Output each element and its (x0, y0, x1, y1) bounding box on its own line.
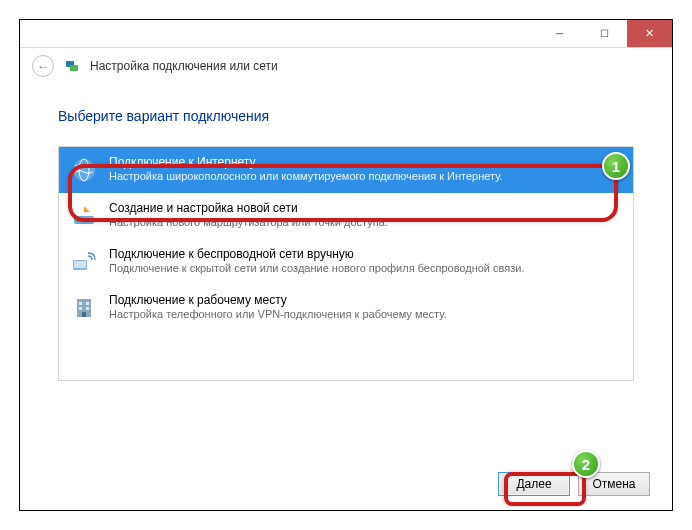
svg-rect-10 (79, 302, 82, 305)
option-wireless-manual[interactable]: Подключение к беспроводной сети вручную … (59, 239, 633, 285)
back-button[interactable]: ← (32, 55, 54, 77)
option-desc: Настройка широкополосного или коммутируе… (109, 170, 503, 182)
option-title: Подключение к рабочему месту (109, 293, 447, 307)
building-icon (69, 293, 99, 323)
window-title: Настройка подключения или сети (90, 59, 278, 73)
svg-rect-11 (86, 302, 89, 305)
option-title: Подключение к Интернету (109, 155, 503, 169)
minimize-button[interactable]: ─ (537, 20, 582, 47)
options-list: Подключение к Интернету Настройка широко… (58, 146, 634, 381)
option-desc: Настройка телефонного или VPN-подключени… (109, 308, 447, 320)
globe-icon (69, 155, 99, 185)
maximize-button[interactable]: ☐ (582, 20, 627, 47)
router-icon (69, 201, 99, 231)
option-desc: Подключение к скрытой сети или создание … (109, 262, 524, 274)
cancel-button[interactable]: Отмена (578, 472, 650, 496)
svg-point-6 (82, 219, 85, 222)
option-title: Создание и настройка новой сети (109, 201, 388, 215)
svg-rect-12 (79, 307, 82, 310)
option-new-network[interactable]: Создание и настройка новой сети Настройк… (59, 193, 633, 239)
svg-rect-1 (70, 65, 78, 71)
svg-point-2 (73, 159, 95, 181)
option-title: Подключение к беспроводной сети вручную (109, 247, 524, 261)
option-workplace[interactable]: Подключение к рабочему месту Настройка т… (59, 285, 633, 331)
header: ← Настройка подключения или сети (20, 48, 672, 84)
option-desc: Настройка нового маршрутизатора или точк… (109, 216, 388, 228)
svg-rect-14 (82, 312, 86, 317)
option-internet[interactable]: Подключение к Интернету Настройка широко… (59, 147, 633, 193)
wireless-icon (69, 247, 99, 277)
titlebar: ─ ☐ ✕ (20, 20, 672, 48)
network-icon (64, 58, 80, 74)
close-button[interactable]: ✕ (627, 20, 672, 47)
arrow-left-icon: ← (37, 59, 50, 74)
svg-rect-13 (86, 307, 89, 310)
svg-rect-8 (74, 261, 86, 268)
svg-point-5 (77, 219, 80, 222)
instruction-text: Выберите вариант подключения (58, 108, 634, 124)
next-button[interactable]: Далее (498, 472, 570, 496)
